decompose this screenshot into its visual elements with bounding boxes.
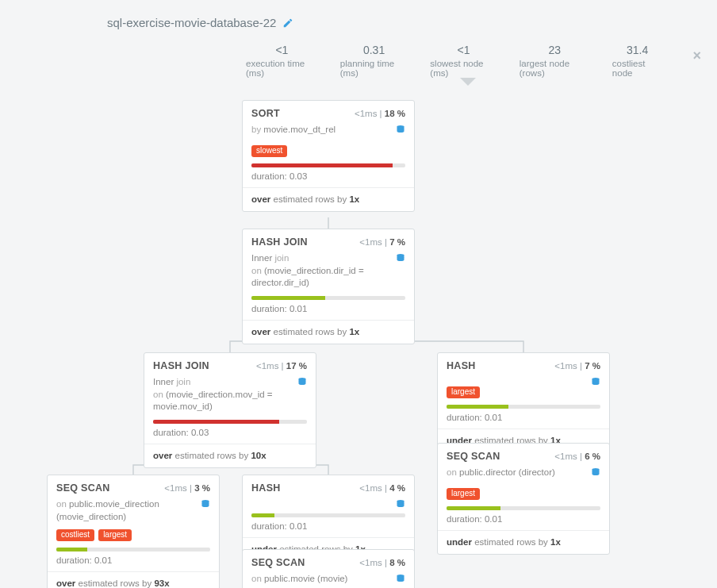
estimate-row: over estimated rows by 93x [48,572,219,588]
tag-largest: largest [447,488,480,500]
page-title: sql-exercise-movie-database-22 [107,16,276,29]
database-icon[interactable] [396,124,405,139]
duration: duration: 0.01 [243,304,414,320]
edit-icon[interactable] [282,17,293,29]
duration: duration: 0.03 [144,428,316,444]
node-detail: by movie.mov_dt_rel [251,124,335,136]
node-detail: on public.movie_direction (movie_directi… [56,498,196,523]
node-detail: on public.director (director) [447,467,555,479]
node-sort[interactable]: SORT <1ms | 18 % by movie.mov_dt_rel slo… [242,100,415,212]
database-icon[interactable] [396,252,405,267]
database-icon[interactable] [396,573,405,588]
database-icon[interactable] [201,498,210,513]
node-metrics: <1ms | 6 % [554,452,600,461]
node-seq-scan-movie-direction[interactable]: SEQ SCAN <1ms | 3 % on public.movie_dire… [47,475,220,588]
stat-planning-time: 0.31 planning time (ms) [340,44,408,78]
node-seq-scan-movie[interactable]: SEQ SCAN <1ms | 8 % on public.movie (mov… [242,549,415,588]
node-detail: Inner joinon (movie_direction.mov_id = m… [153,376,293,413]
database-icon[interactable] [591,376,600,391]
node-metrics: <1ms | 7 % [359,237,405,247]
duration: duration: 0.03 [243,171,414,187]
node-metrics: <1ms | 17 % [256,361,307,371]
node-type: HASH [447,360,476,371]
stat-slowest-node: <1 slowest node (ms) [430,44,497,78]
tag-largest: largest [447,386,480,398]
duration: duration: 0.01 [243,521,414,537]
node-metrics: <1ms | 4 % [359,483,405,493]
estimate-row: over estimated rows by 10x [144,444,316,467]
pointer-icon [460,78,476,86]
stats-bar: <1 execution time (ms) 0.31 planning tim… [16,44,701,78]
node-detail: on public.movie (movie) [251,573,347,586]
node-type: SEQ SCAN [251,557,305,568]
node-hash-join-1[interactable]: HASH JOIN <1ms | 7 % Inner joinon (movie… [242,229,415,344]
node-type: HASH JOIN [153,360,209,371]
tag-costliest: costliest [56,529,94,541]
tag-largest: largest [98,529,132,541]
database-icon[interactable] [396,498,405,513]
node-type: SEQ SCAN [447,451,500,462]
estimate-row: over estimated rows by 1x [243,321,414,344]
node-metrics: <1ms | 7 % [554,361,600,371]
database-icon[interactable] [297,376,307,391]
database-icon[interactable] [591,467,600,482]
node-detail: Inner joinon (movie_direction.dir_id = d… [251,252,391,290]
estimate-row: over estimated rows by 1x [243,188,414,211]
duration: duration: 0.01 [438,413,609,429]
duration: duration: 0.01 [48,555,219,571]
plan-tree: SORT <1ms | 18 % by movie.mov_dt_rel slo… [16,100,701,588]
stat-exec-time: <1 execution time (ms) [246,44,318,78]
title-row: sql-exercise-movie-database-22 [16,16,701,29]
node-hash-1[interactable]: HASH <1ms | 7 % largest duration: 0.01 u… [437,352,610,453]
node-metrics: <1ms | 3 % [164,483,210,493]
estimate-row: under estimated rows by 1x [438,531,609,554]
close-icon[interactable]: × [692,48,701,63]
node-metrics: <1ms | 8 % [359,558,405,567]
node-type: SEQ SCAN [56,482,110,494]
node-hash-join-2[interactable]: HASH JOIN <1ms | 17 % Inner joinon (movi… [144,352,316,468]
node-seq-scan-director[interactable]: SEQ SCAN <1ms | 6 % on public.director (… [437,443,610,555]
node-metrics: <1ms | 18 % [355,109,405,118]
node-type: HASH [251,482,281,494]
tag-slowest: slowest [251,145,287,157]
stat-largest-node: 23 largest node (rows) [520,44,590,78]
node-type: SORT [251,108,280,119]
node-type: HASH JOIN [251,236,308,248]
duration: duration: 0.01 [438,514,609,530]
stat-costliest-node: 31.4 costliest node [612,44,663,78]
